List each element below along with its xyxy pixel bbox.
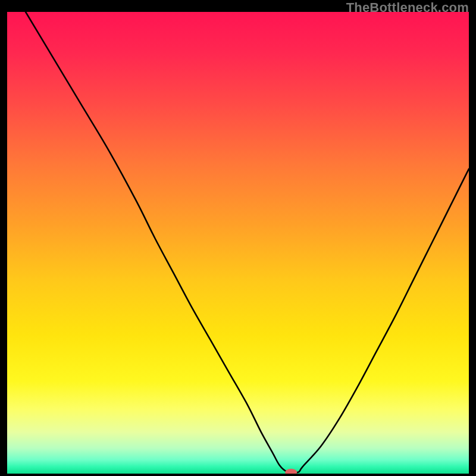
- gradient-background: [7, 12, 469, 474]
- bottleneck-chart: [7, 12, 469, 474]
- chart-frame: [7, 12, 469, 474]
